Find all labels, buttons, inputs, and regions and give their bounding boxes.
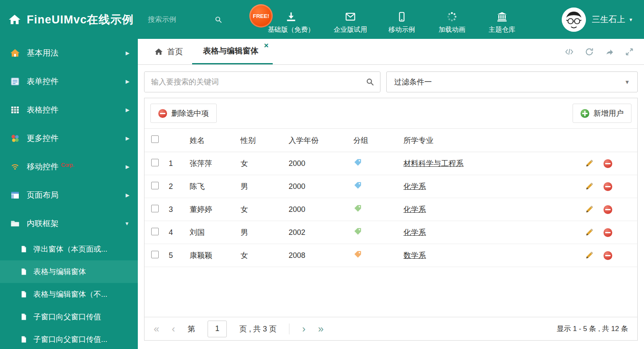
- filter-dropdown[interactable]: 过滤条件一 ▼: [386, 71, 638, 92]
- table-row[interactable]: 3 董婷婷 女 2000 化学系: [145, 198, 637, 221]
- nav-item-mobile-demo[interactable]: 移动示例: [379, 5, 425, 34]
- sidebar-item-basic-usage[interactable]: 基本用法 ▶: [0, 39, 138, 67]
- nav-item-theme-store[interactable]: 主题仓库: [479, 5, 525, 34]
- sidebar-item-mobile-controls[interactable]: 移动控件 Corp. ▶: [0, 153, 138, 181]
- page-number-input[interactable]: [208, 321, 227, 337]
- spinner-icon: [446, 11, 457, 22]
- cell-year: 2000: [289, 175, 353, 198]
- column-header-gender[interactable]: 性别: [241, 129, 289, 152]
- home-icon: [155, 48, 163, 56]
- cell-name: 董婷婷: [190, 198, 241, 221]
- sidebar-item-iframe[interactable]: 内联框架 ▼: [0, 209, 138, 238]
- source-code-icon[interactable]: [565, 47, 574, 56]
- sidebar-subitem-grid-edit-window-2[interactable]: 表格与编辑窗体（不...: [0, 283, 138, 306]
- sidebar-subitem-child-to-parent[interactable]: 子窗口向父窗口传值: [0, 306, 138, 328]
- data-table: 姓名 性别 入学年份 分组 所学专业 1 张萍萍: [145, 128, 637, 267]
- page-label-prefix: 第: [188, 324, 195, 334]
- major-link[interactable]: 化学系: [403, 205, 426, 214]
- nav-item-loading-animation[interactable]: 加载动画: [429, 5, 475, 34]
- close-icon[interactable]: ×: [264, 41, 269, 49]
- table-row[interactable]: 2 陈飞 男 2000 化学系: [145, 175, 637, 198]
- tab-bar: 首页 表格与编辑窗体 ×: [138, 39, 644, 65]
- refresh-icon[interactable]: [585, 47, 594, 56]
- sidebar-item-more-controls[interactable]: 更多控件 ▶: [0, 124, 138, 153]
- row-number: 1: [169, 152, 190, 175]
- add-user-button[interactable]: 新增用户: [573, 104, 631, 123]
- top-header: FineUIMvc在线示例 FREE! 基础版（免费） 企业版试用 移动示例 加: [0, 0, 644, 39]
- user-menu[interactable]: 三生石上 ▼: [562, 8, 644, 32]
- row-checkbox[interactable]: [151, 182, 159, 189]
- edit-icon[interactable]: [585, 228, 593, 237]
- cell-year: 2008: [289, 244, 353, 267]
- column-header-major[interactable]: 所学专业: [403, 129, 582, 152]
- minus-circle-icon: [158, 109, 167, 118]
- next-page-button[interactable]: ›: [302, 324, 305, 334]
- sidebar-subitem-grid-edit-window[interactable]: 表格与编辑窗体: [0, 260, 138, 283]
- major-link[interactable]: 数学系: [403, 251, 426, 260]
- sidebar-item-page-layout[interactable]: 页面布局 ▶: [0, 181, 138, 209]
- column-header-year[interactable]: 入学年份: [289, 129, 353, 152]
- widgets-icon: [10, 133, 20, 143]
- delete-row-icon[interactable]: [603, 251, 612, 260]
- sidebar-subitem-child-to-parent-2[interactable]: 子窗口向父窗口传值...: [0, 328, 138, 349]
- edit-icon[interactable]: [585, 182, 593, 191]
- sidebar-item-form-controls[interactable]: 表单控件 ▶: [0, 67, 138, 96]
- tab-home[interactable]: 首页: [145, 39, 192, 64]
- nav-label: 基础版（免费）: [268, 25, 314, 34]
- nav-label: 移动示例: [388, 25, 415, 34]
- chevron-right-icon: ▶: [126, 79, 129, 84]
- nav-item-basic-free[interactable]: FREE! 基础版（免费）: [260, 5, 322, 34]
- column-header-name[interactable]: 姓名: [190, 129, 241, 152]
- app-title: FineUIMvc在线示例: [27, 12, 134, 27]
- table-row[interactable]: 5 康颖颖 女 2008 数学系: [145, 244, 637, 267]
- delete-row-icon[interactable]: [603, 205, 612, 214]
- sidebar-item-grid-controls[interactable]: 表格控件 ▶: [0, 96, 138, 124]
- sidebar-subitem-popup-window[interactable]: 弹出窗体（本页面或...: [0, 238, 138, 260]
- header-nav: FREE! 基础版（免费） 企业版试用 移动示例 加载动画 主题仓库: [260, 5, 525, 34]
- tag-icon: [353, 250, 362, 259]
- table-search-input[interactable]: [145, 72, 380, 92]
- nav-label: 加载动画: [439, 25, 465, 34]
- table-row[interactable]: 1 张萍萍 女 2000 材料科学与工程系: [145, 152, 637, 175]
- select-all-checkbox[interactable]: [151, 135, 159, 143]
- chevron-right-icon: ▶: [126, 107, 129, 113]
- download-icon: [286, 11, 297, 22]
- nav-item-enterprise-trial[interactable]: 企业版试用: [326, 5, 375, 34]
- first-page-button[interactable]: «: [154, 324, 159, 334]
- main-content: 首页 表格与编辑窗体 × 过滤条件: [138, 39, 644, 349]
- table-row[interactable]: 4 刘国 男 2002 化学系: [145, 221, 637, 244]
- edit-icon[interactable]: [585, 251, 593, 260]
- row-checkbox[interactable]: [151, 251, 159, 258]
- major-link[interactable]: 化学系: [403, 228, 426, 237]
- delete-row-icon[interactable]: [603, 159, 612, 168]
- column-header-group[interactable]: 分组: [353, 129, 403, 152]
- major-link[interactable]: 材料科学与工程系: [403, 159, 464, 168]
- tab-grid-edit-window[interactable]: 表格与编辑窗体 ×: [192, 39, 273, 64]
- edit-icon[interactable]: [585, 205, 593, 214]
- prev-page-button[interactable]: ‹: [172, 324, 175, 334]
- expand-icon[interactable]: [625, 47, 634, 56]
- row-checkbox[interactable]: [151, 159, 159, 166]
- row-checkbox[interactable]: [151, 205, 159, 212]
- table-icon: [10, 105, 20, 115]
- row-checkbox[interactable]: [151, 228, 159, 235]
- delete-row-icon[interactable]: [603, 182, 612, 191]
- last-page-button[interactable]: »: [318, 324, 323, 334]
- grid-panel: 删除选中项 新增用户: [144, 98, 638, 341]
- delete-selected-button[interactable]: 删除选中项: [150, 104, 217, 123]
- search-icon[interactable]: [215, 16, 222, 23]
- search-icon[interactable]: [366, 78, 374, 86]
- corp-badge: Corp.: [61, 162, 74, 168]
- user-name: 三生石上 ▼: [592, 14, 633, 25]
- major-link[interactable]: 化学系: [403, 182, 426, 191]
- grid-empty-space: [145, 267, 637, 317]
- home-icon: [8, 13, 21, 26]
- share-arrow-icon[interactable]: [605, 47, 614, 56]
- signal-icon: [10, 162, 20, 172]
- header-search-input[interactable]: [148, 15, 215, 24]
- edit-icon[interactable]: [585, 159, 593, 168]
- file-icon: [20, 336, 28, 343]
- brand[interactable]: FineUIMvc在线示例: [0, 12, 134, 27]
- delete-row-icon[interactable]: [603, 228, 612, 237]
- page-total-label: 页 , 共 3 页: [239, 324, 276, 334]
